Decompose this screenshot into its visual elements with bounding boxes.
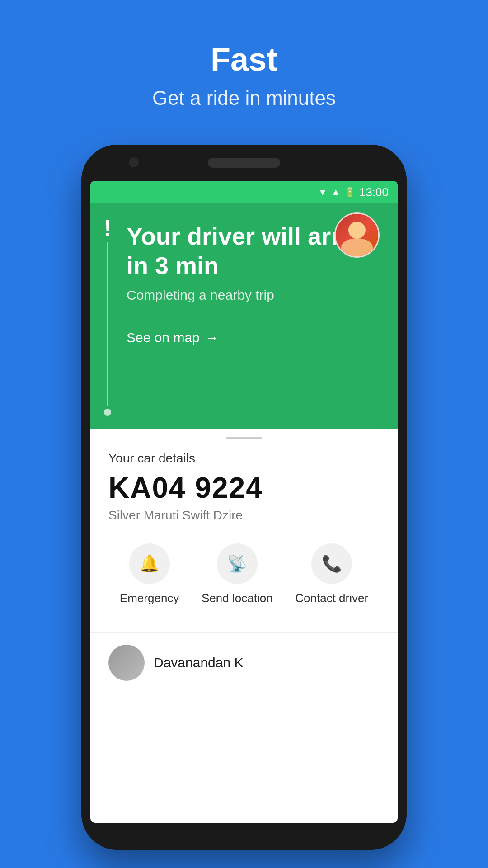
arrow-right-icon: → [205,330,219,345]
green-hero-section: ! Your driver will arrive in 3 min Compl… [90,203,398,429]
status-bar: ▼ ▲ 🔋 13:00 [90,181,398,203]
driver-name: Davanandan K [154,655,244,670]
exclamation-mark: ! [104,217,112,240]
contact-driver-label: Contact driver [295,591,368,605]
license-plate: KA04 9224 [108,471,380,505]
drag-indicator [226,437,262,439]
see-on-map-label: See on map [127,330,200,345]
phone-top-bar [81,145,407,181]
timeline-dot [104,409,111,416]
driver-small-avatar-image [108,645,145,681]
contact-driver-icon-circle: 📞 [311,543,352,584]
emergency-label: Emergency [120,591,179,605]
action-buttons-row: 🔔 Emergency 📡 Send location [108,539,380,614]
see-on-map-button[interactable]: See on map → [127,330,380,345]
front-camera [129,157,139,167]
status-time: 13:00 [359,185,389,199]
timeline-indicator: ! [104,217,112,416]
phone-screen: ▼ ▲ 🔋 13:00 ! [90,181,398,823]
car-details-card: Your car details KA04 9224 Silver Maruti… [90,447,398,628]
send-location-button[interactable]: 📡 Send location [202,543,273,605]
header-section: Fast Get a ride in minutes [0,0,488,109]
send-location-label: Send location [202,591,273,605]
battery-icon: 🔋 [344,187,356,198]
car-model: Silver Maruti Swift Dzire [108,508,380,523]
emergency-icon-circle: 🔔 [129,543,170,584]
section-divider [90,632,398,633]
phone-shell: ▼ ▲ 🔋 13:00 ! [81,145,407,850]
phone-icon: 📞 [322,554,342,573]
emergency-icon: 🔔 [139,554,160,573]
hero-subtitle: Completing a nearby trip [127,288,380,303]
send-location-icon: 📡 [227,554,247,573]
signal-icon: ▲ [331,186,341,198]
timeline-line [107,242,108,406]
wifi-icon: ▼ [318,187,327,198]
driver-avatar-image [336,214,378,256]
contact-driver-button[interactable]: 📞 Contact driver [295,543,368,605]
emergency-button[interactable]: 🔔 Emergency [120,543,179,605]
phone-mockup: ▼ ▲ 🔋 13:00 ! [81,145,407,850]
drag-handle-container [90,437,398,439]
header-title: Fast [0,41,488,78]
car-details-label: Your car details [108,451,380,466]
driver-avatar [334,212,380,258]
driver-info-row: Davanandan K [90,637,398,688]
header-subtitle: Get a ride in minutes [0,87,488,109]
send-location-icon-circle: 📡 [217,543,258,584]
driver-small-avatar [108,645,145,681]
phone-speaker [208,158,280,168]
status-icons: ▼ ▲ 🔋 13:00 [318,185,389,199]
page-background: Fast Get a ride in minutes ▼ ▲ [0,0,488,868]
